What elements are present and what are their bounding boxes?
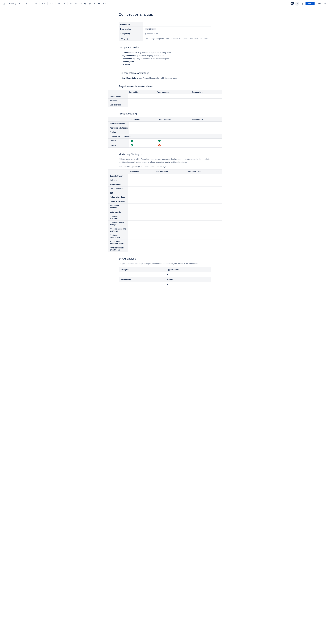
table-cell[interactable] [128, 178, 154, 182]
table-cell[interactable] [154, 178, 186, 182]
table-header[interactable]: Competitor [129, 117, 157, 122]
table-cell[interactable] [154, 195, 186, 199]
table-cell[interactable] [191, 130, 222, 134]
table-cell[interactable] [128, 246, 154, 252]
table-row-label[interactable]: Social proof (customer logos) [108, 239, 128, 246]
table-cell[interactable] [128, 98, 156, 103]
bullet-list-button[interactable] [57, 2, 61, 6]
link-button[interactable] [74, 2, 78, 6]
table-cell[interactable] [191, 126, 222, 130]
table-cell[interactable] [186, 204, 222, 210]
list-item[interactable] [123, 273, 163, 275]
table-header[interactable] [108, 170, 128, 174]
table-cell[interactable] [156, 103, 190, 107]
table-cell[interactable] [154, 214, 186, 220]
swot-cell[interactable] [165, 282, 211, 287]
table-cell[interactable] [186, 210, 222, 214]
table-cell[interactable] [154, 191, 186, 195]
swot-header[interactable]: Weaknesses [119, 277, 165, 282]
table-cell[interactable] [128, 233, 154, 239]
info-value[interactable]: Tier 1 - major competitor / Tier 2 - mod… [143, 36, 211, 41]
table-cell[interactable] [186, 220, 222, 227]
table-cell[interactable] [128, 103, 156, 107]
section-heading-product-offering[interactable]: Product offering [119, 112, 211, 115]
table-cell[interactable] [186, 214, 222, 220]
table-row-label[interactable]: Social presence [108, 186, 128, 191]
table-cell[interactable] [156, 98, 190, 103]
table-row-label[interactable]: Offline advertising [108, 199, 128, 204]
table-header[interactable]: Your company [157, 117, 191, 122]
section-heading-swot[interactable]: SWOT analysis [119, 257, 211, 260]
table-row-label[interactable]: Target market [108, 94, 128, 98]
table-header[interactable]: Your company [156, 90, 190, 94]
info-label[interactable]: Date created [119, 27, 143, 32]
table-cell[interactable] [154, 233, 186, 239]
close-button[interactable]: Close [315, 2, 322, 6]
table-cell[interactable] [128, 204, 154, 210]
table-cell[interactable] [154, 210, 186, 214]
text-color-button[interactable] [49, 2, 54, 6]
table-cell[interactable] [128, 210, 154, 214]
table-cell[interactable] [154, 220, 186, 227]
table-cell[interactable] [129, 126, 157, 130]
table-cell[interactable] [186, 239, 222, 246]
table-row-label[interactable]: Partnerships and investments [108, 246, 128, 252]
table-cell[interactable] [128, 195, 154, 199]
section-heading-advantage[interactable]: Our competitive advantage [119, 72, 211, 74]
list-item[interactable] [123, 283, 163, 285]
layout-button[interactable] [97, 2, 101, 6]
table-header[interactable]: Competitor [128, 170, 154, 174]
bold-button[interactable] [24, 2, 29, 6]
table-row-label[interactable]: Product overview [108, 122, 129, 126]
swot-header[interactable]: Strengths [119, 267, 165, 272]
section-heading-target-market[interactable]: Target market & market share [119, 85, 211, 88]
table-header[interactable]: Notes and Links [186, 170, 222, 174]
table-cell[interactable] [128, 186, 154, 191]
page-content[interactable]: Competitive analysis Competitor Date cre… [116, 7, 214, 298]
swot-header[interactable]: Threats [165, 277, 211, 282]
swot-header[interactable]: Opportunities [165, 267, 211, 272]
swot-para[interactable]: List your product or company's strengths… [119, 262, 211, 265]
table-row-label[interactable]: Market share [108, 103, 128, 107]
table-cell[interactable] [129, 122, 157, 126]
table-cell[interactable] [186, 233, 222, 239]
table-header[interactable]: Your company [154, 170, 186, 174]
page-title[interactable]: Competitive analysis [119, 12, 211, 16]
swot-cell[interactable] [119, 272, 165, 277]
table-header[interactable] [108, 117, 129, 122]
table-cell[interactable] [128, 191, 154, 195]
table-cell[interactable] [128, 214, 154, 220]
table-cell[interactable] [191, 122, 222, 126]
marketing-table[interactable]: Competitor Your company Notes and Links … [108, 170, 222, 252]
table-row-label[interactable]: Pricing [108, 130, 129, 134]
swot-cell[interactable] [119, 282, 165, 287]
table-cell[interactable] [186, 178, 222, 182]
table-row-label[interactable]: Blog/Content [108, 182, 128, 186]
product-offering-table[interactable]: Competitor Your company Commentary Produ… [108, 117, 222, 148]
table-row-label[interactable]: Customer review listings [108, 220, 128, 227]
table-button[interactable] [92, 2, 97, 6]
table-cell[interactable] [157, 138, 191, 143]
table-cell[interactable] [190, 94, 222, 98]
info-value[interactable] [143, 22, 211, 27]
mention-button[interactable] [83, 2, 87, 6]
more-formatting-button[interactable] [34, 2, 38, 6]
table-cell[interactable] [186, 182, 222, 186]
table-cell[interactable] [128, 94, 156, 98]
text-style-select[interactable]: Heading 2 [8, 2, 21, 5]
table-section-row[interactable]: Core feature comparison [108, 134, 222, 138]
table-cell[interactable] [157, 143, 191, 148]
table-row-label[interactable]: Feature 1 [108, 138, 129, 143]
table-row-label[interactable]: Major events [108, 210, 128, 214]
advantage-list[interactable]: Key differentiators: e.g., Powerful feat… [119, 77, 211, 80]
table-cell[interactable] [157, 122, 191, 126]
table-cell[interactable] [129, 143, 157, 148]
user-avatar[interactable]: CK ✎ [290, 2, 294, 6]
table-row-label[interactable]: Customer resources [108, 214, 128, 220]
info-value[interactable]: Mar 19, 2020 [143, 27, 211, 32]
list-item[interactable] [169, 273, 210, 275]
table-cell[interactable] [129, 130, 157, 134]
table-row-label[interactable]: Videos and webinars [108, 204, 128, 210]
table-cell[interactable] [186, 195, 222, 199]
publish-button[interactable]: Publish [305, 2, 314, 6]
